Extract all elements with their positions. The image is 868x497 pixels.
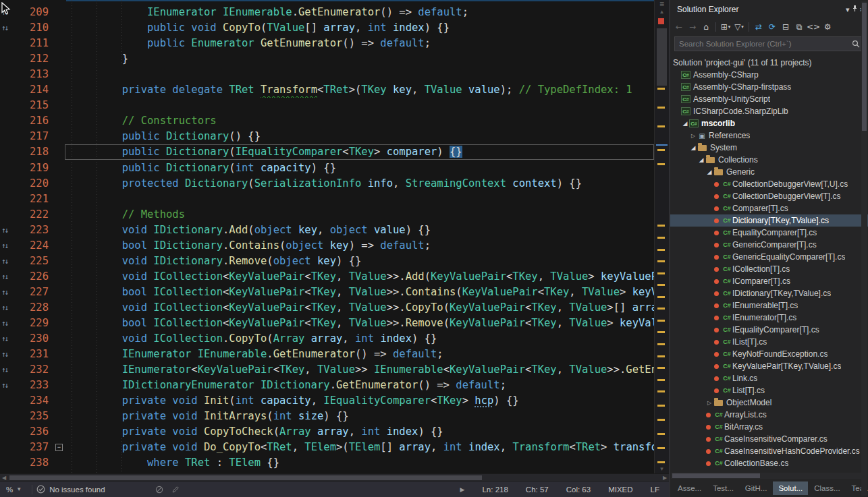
- tree-item[interactable]: C#Assembly-CSharp: [670, 69, 868, 81]
- code-line[interactable]: 216 // Constructors: [0, 113, 669, 129]
- line-number[interactable]: 211: [12, 36, 49, 51]
- scroll-up-icon[interactable]: ▲: [655, 9, 669, 15]
- scrollbar-thumb[interactable]: [862, 3, 867, 131]
- search-icon[interactable]: [852, 40, 860, 48]
- expand-arrow-icon[interactable]: ▷: [705, 400, 713, 406]
- tree-item[interactable]: C#KeyValuePair[TKey,TValue].cs: [670, 360, 868, 372]
- line-number[interactable]: 213: [12, 67, 49, 82]
- line-number[interactable]: 214: [12, 82, 49, 98]
- code-line[interactable]: ↑↓210 public void CopyTo(TValue[] array,…: [0, 20, 669, 36]
- code-line[interactable]: 211 public Enumerator GetEnumerator() =>…: [0, 36, 669, 51]
- line-number[interactable]: 209: [12, 5, 49, 20]
- code-line[interactable]: 215: [0, 98, 669, 113]
- tree-item[interactable]: C#ICSharpCode.SharpZipLib: [670, 105, 868, 117]
- code-line[interactable]: ↑↓209 IEnumerator IEnumerable.GetEnumera…: [0, 5, 669, 20]
- pin-icon[interactable]: [851, 5, 859, 13]
- line-number[interactable]: 235: [12, 409, 49, 424]
- line-number[interactable]: 231: [12, 347, 49, 362]
- implementation-arrows-icon[interactable]: ↑↓: [1, 285, 7, 300]
- scroll-right-icon[interactable]: ▶: [661, 474, 669, 481]
- implementation-arrows-icon[interactable]: ↑↓: [1, 362, 7, 378]
- tree-item[interactable]: C#Link.cs: [670, 372, 868, 384]
- view-code-icon[interactable]: <>: [807, 21, 820, 33]
- implementation-arrows-icon[interactable]: ↑↓: [1, 254, 7, 269]
- code-line[interactable]: ↑↓230 void ICollection.CopyTo(Array arra…: [0, 331, 669, 347]
- expand-arrow-icon[interactable]: ◢: [697, 156, 705, 163]
- expander-icon[interactable]: ▶: [460, 486, 465, 493]
- code-line[interactable]: 213: [0, 67, 669, 82]
- tree-item[interactable]: C#CollectionDebuggerView[T,U].cs: [670, 178, 868, 190]
- code-line[interactable]: ↑↓233 IDictionaryEnumerator IDictionary.…: [0, 378, 669, 393]
- line-number[interactable]: 232: [12, 362, 49, 378]
- implementation-arrows-icon[interactable]: ↑↓: [1, 269, 7, 285]
- code-line[interactable]: 234 private void Init(int capacity, IEqu…: [0, 393, 669, 409]
- tool-window-tab[interactable]: Solut...: [773, 481, 808, 495]
- implementation-arrows-icon[interactable]: ↑↓: [1, 20, 7, 36]
- line-number[interactable]: 217: [12, 129, 49, 144]
- line-number[interactable]: 223: [12, 223, 49, 238]
- tree-item[interactable]: C#Assembly-UnityScript: [670, 93, 868, 105]
- tree-item[interactable]: C#IEnumerable[T].cs: [670, 299, 868, 312]
- forward-icon[interactable]: →: [686, 21, 699, 33]
- implementation-arrows-icon[interactable]: ↑↓: [1, 347, 7, 362]
- tree-item[interactable]: C#IList[T].cs: [670, 336, 868, 348]
- implementation-arrows-icon[interactable]: ↑↓: [1, 223, 7, 238]
- pending-changes-filter-icon[interactable]: ▽▾: [733, 21, 745, 33]
- search-input[interactable]: [674, 36, 864, 51]
- expand-arrow-icon[interactable]: ◢: [689, 144, 697, 151]
- line-number[interactable]: 230: [12, 331, 49, 347]
- expand-arrow-icon[interactable]: ◢: [705, 169, 713, 175]
- zoom-control[interactable]: % ▼: [0, 486, 28, 494]
- code-line[interactable]: 212 }: [0, 51, 669, 67]
- code-line[interactable]: ↑↓226 void ICollection<KeyValuePair<TKey…: [0, 269, 669, 285]
- tool-window-tab[interactable]: Asse...: [672, 481, 707, 495]
- expand-arrow-icon[interactable]: ◢: [681, 120, 689, 127]
- line-number[interactable]: 210: [12, 20, 49, 36]
- tree-item[interactable]: C#GenericEqualityComparer[T].cs: [670, 251, 868, 263]
- back-icon[interactable]: ←: [673, 21, 685, 33]
- show-all-files-icon[interactable]: ⧉: [793, 21, 805, 33]
- line-number[interactable]: 215: [12, 98, 49, 113]
- scrollbar-thumb[interactable]: [672, 473, 760, 478]
- refresh-icon[interactable]: ⟳: [766, 21, 778, 33]
- line-number[interactable]: 212: [12, 51, 49, 67]
- line-number[interactable]: 237: [12, 440, 49, 455]
- implementation-arrows-icon[interactable]: ↑↓: [1, 238, 7, 254]
- properties-icon[interactable]: ⚙: [821, 21, 834, 33]
- horizontal-scrollbar[interactable]: ◀ ▶: [0, 473, 669, 481]
- implementation-arrows-icon[interactable]: ↑↓: [1, 331, 7, 347]
- tree-item[interactable]: C#ICollection[T].cs: [670, 263, 868, 275]
- implementation-arrows-icon[interactable]: ↑↓: [1, 316, 7, 331]
- tree-item[interactable]: C#GenericComparer[T].cs: [670, 239, 868, 251]
- line-number[interactable]: 221: [12, 192, 49, 207]
- line-number[interactable]: 236: [12, 424, 49, 440]
- line-number[interactable]: 216: [12, 113, 49, 129]
- code-line[interactable]: 214 private delegate TRet Transform<TRet…: [0, 82, 669, 98]
- tree-item[interactable]: C#IEnumerator[T].cs: [670, 312, 868, 324]
- switch-views-icon[interactable]: ⊞▾: [720, 21, 732, 33]
- tree-item[interactable]: C#Assembly-CSharp-firstpass: [670, 81, 868, 93]
- tree-item[interactable]: Solution 'project-gui' (11 of 11 project…: [670, 57, 868, 69]
- expand-arrow-icon[interactable]: ▷: [689, 133, 697, 139]
- code-line[interactable]: ↑↓227 bool ICollection<KeyValuePair<TKey…: [0, 285, 669, 300]
- scroll-down-icon[interactable]: ▼: [655, 466, 669, 472]
- line-number[interactable]: 238: [12, 455, 49, 471]
- tree-item[interactable]: ◢Generic: [670, 166, 868, 178]
- tool-window-tab[interactable]: Class...: [809, 481, 845, 495]
- tool-window-tab[interactable]: Test...: [707, 481, 739, 495]
- tree-item[interactable]: ▷▣References: [670, 129, 868, 142]
- tool-window-header[interactable]: Solution Explorer ▾×: [670, 0, 868, 18]
- sync-with-active-document-icon[interactable]: ⇄: [753, 21, 765, 33]
- outlining-collapse-icon[interactable]: −: [55, 444, 63, 451]
- line-number[interactable]: 224: [12, 238, 49, 254]
- tree-item[interactable]: C#IComparer[T].cs: [670, 275, 868, 287]
- code-line[interactable]: 222 // Methods: [0, 207, 669, 223]
- scroll-left-icon[interactable]: ◀: [0, 474, 8, 481]
- line-number[interactable]: 225: [12, 254, 49, 269]
- collapse-all-icon[interactable]: ⊟: [780, 21, 792, 33]
- tree-item[interactable]: C#Dictionary[TKey,TValue].cs: [670, 214, 868, 227]
- implementation-arrows-icon[interactable]: ↑↓: [1, 300, 7, 316]
- line-number[interactable]: 222: [12, 207, 49, 223]
- line-number[interactable]: 219: [12, 160, 49, 176]
- code-line[interactable]: ↑↓229 bool ICollection<KeyValuePair<TKey…: [0, 316, 669, 331]
